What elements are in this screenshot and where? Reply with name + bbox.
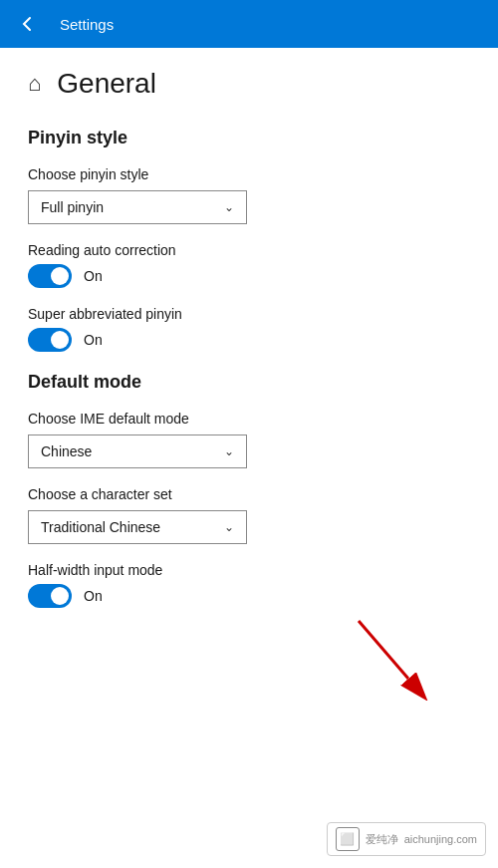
watermark-icon: ⬜ [336,827,360,851]
dropdown-ime-default-mode-value: Chinese [41,443,92,459]
home-icon[interactable]: ⌂ [28,71,41,97]
setting-reading-auto-correction: Reading auto correction On [28,242,470,288]
label-super-abbreviated-pinyin: Super abbreviated pinyin [28,306,470,322]
toggle-reading-auto-correction[interactable] [28,264,72,288]
dropdown-pinyin-style[interactable]: Full pinyin ⌄ [28,190,247,224]
chevron-down-icon-2: ⌄ [224,444,234,458]
toggle-super-abbreviated-pinyin[interactable] [28,328,72,352]
content-area: ⌂ General Pinyin style Choose pinyin sty… [0,48,498,868]
setting-choose-ime-default-mode: Choose IME default mode Chinese ⌄ [28,411,470,468]
dropdown-character-set-value: Traditional Chinese [41,519,160,535]
back-button[interactable] [12,8,44,40]
chevron-down-icon-3: ⌄ [224,520,234,534]
label-choose-ime-default-mode: Choose IME default mode [28,411,470,427]
toggle-row-half-width-input-mode: On [28,584,470,608]
toggle-label-super-abbreviated-pinyin: On [84,332,103,348]
dropdown-ime-default-mode[interactable]: Chinese ⌄ [28,434,247,468]
section-pinyin-style: Pinyin style Choose pinyin style Full pi… [28,128,470,352]
label-choose-pinyin-style: Choose pinyin style [28,166,470,182]
setting-half-width-input-mode: Half-width input mode On [28,562,470,608]
toggle-row-reading-auto-correction: On [28,264,470,288]
toggle-half-width-input-mode[interactable] [28,584,72,608]
toggle-label-reading-auto-correction: On [84,268,103,284]
label-reading-auto-correction: Reading auto correction [28,242,470,258]
label-choose-character-set: Choose a character set [28,486,470,502]
toggle-label-half-width-input-mode: On [84,588,103,604]
section-heading-default-mode: Default mode [28,372,470,393]
title-bar: Settings [0,0,498,48]
setting-choose-character-set: Choose a character set Traditional Chine… [28,486,470,544]
chevron-down-icon: ⌄ [224,200,234,214]
watermark-text: 爱纯净 [366,832,398,847]
toggle-row-super-abbreviated-pinyin: On [28,328,470,352]
label-half-width-input-mode: Half-width input mode [28,562,470,578]
watermark: ⬜ 爱纯净 aichunjing.com [327,822,486,856]
page-title: General [57,68,156,100]
dropdown-character-set[interactable]: Traditional Chinese ⌄ [28,510,247,544]
setting-choose-pinyin-style: Choose pinyin style Full pinyin ⌄ [28,166,470,224]
page-header: ⌂ General [28,68,470,100]
titlebar-title: Settings [60,16,114,33]
watermark-url: aichunjing.com [404,833,477,845]
section-default-mode: Default mode Choose IME default mode Chi… [28,372,470,608]
section-heading-pinyin: Pinyin style [28,128,470,148]
dropdown-pinyin-style-value: Full pinyin [41,199,104,215]
setting-super-abbreviated-pinyin: Super abbreviated pinyin On [28,306,470,352]
